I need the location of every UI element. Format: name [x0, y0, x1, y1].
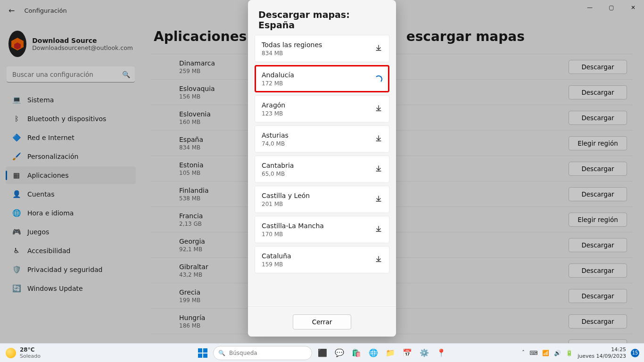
sun-icon — [6, 348, 16, 358]
region-list[interactable]: Todas las regiones834 MBAndalucía172 MBA… — [248, 32, 396, 306]
download-maps-dialog: Descargar mapas: España Todas las region… — [248, 0, 396, 337]
clock-date: jueves 14/09/2023 — [578, 353, 626, 359]
region-name: Asturias — [262, 132, 289, 139]
svg-rect-3 — [203, 348, 207, 353]
taskbar: 28°C Soleado 🔍 Búsqueda ⬛ 💬 🛍️ 🌐 📁 📅 ⚙️ … — [0, 343, 644, 362]
download-icon — [375, 165, 382, 174]
dialog-title: Descargar mapas: España — [248, 0, 396, 32]
region-row[interactable]: Castilla-La Mancha170 MB — [255, 216, 389, 243]
region-name: Cataluña — [262, 252, 291, 260]
maps-icon[interactable]: 📍 — [435, 346, 448, 360]
download-icon — [375, 135, 382, 144]
region-row[interactable]: Todas las regiones834 MB — [255, 35, 389, 62]
svg-rect-5 — [203, 354, 207, 358]
region-name: Andalucía — [262, 71, 294, 79]
store-icon[interactable]: 🛍️ — [350, 346, 363, 360]
dialog-close-button[interactable]: Cerrar — [293, 314, 351, 329]
svg-rect-4 — [198, 354, 202, 358]
system-tray[interactable]: ˆ ⌨ 📶 🔊 🔋 14:25 jueves 14/09/2023 15 — [522, 344, 639, 362]
settings-icon[interactable]: ⚙️ — [418, 346, 431, 360]
region-name: Todas las regiones — [262, 41, 322, 49]
download-icon — [375, 105, 382, 114]
chat-icon[interactable]: 💬 — [333, 346, 346, 360]
clock-time: 14:25 — [578, 346, 626, 353]
battery-icon[interactable]: 🔋 — [566, 350, 573, 356]
start-button[interactable] — [196, 346, 209, 360]
chevron-up-icon[interactable]: ˆ — [522, 350, 525, 356]
dialog-footer: Cerrar — [248, 306, 396, 337]
region-size: 172 MB — [262, 80, 294, 87]
calendar-icon[interactable]: 📅 — [401, 346, 414, 360]
region-name: Cantabria — [262, 162, 294, 169]
region-row[interactable]: Cataluña159 MB — [255, 246, 389, 273]
edge-icon[interactable]: 🌐 — [367, 346, 380, 360]
region-row[interactable]: Cantabria65,0 MB — [255, 156, 389, 183]
download-icon — [375, 44, 382, 54]
download-icon — [375, 195, 382, 205]
task-view-icon[interactable]: ⬛ — [316, 346, 329, 360]
explorer-icon[interactable]: 📁 — [384, 346, 397, 360]
search-icon: 🔍 — [218, 350, 225, 356]
region-name: Castilla y León — [262, 192, 310, 199]
region-size: 201 MB — [262, 201, 310, 207]
volume-icon[interactable]: 🔊 — [554, 350, 561, 356]
download-icon — [375, 225, 382, 235]
region-size: 123 MB — [262, 110, 285, 117]
keyboard-icon[interactable]: ⌨ — [529, 350, 537, 356]
region-row[interactable]: Castilla y León201 MB — [255, 186, 389, 213]
region-row[interactable]: Aragón123 MB — [255, 95, 389, 123]
svg-rect-2 — [198, 348, 202, 353]
region-name: Aragón — [262, 101, 285, 109]
loading-spinner-icon — [375, 75, 382, 83]
region-row[interactable]: Andalucía172 MB — [255, 65, 389, 92]
region-row[interactable]: Asturias74,0 MB — [255, 125, 389, 153]
taskbar-search[interactable]: 🔍 Búsqueda — [213, 346, 312, 360]
weather-widget[interactable]: 28°C Soleado — [6, 344, 41, 362]
download-icon — [375, 255, 382, 265]
taskbar-search-placeholder: Búsqueda — [229, 350, 257, 356]
region-size: 170 MB — [262, 231, 324, 238]
region-name: Castilla-La Mancha — [262, 222, 324, 230]
region-size: 159 MB — [262, 261, 291, 268]
region-size: 834 MB — [262, 50, 322, 57]
weather-temp: 28°C — [20, 346, 41, 353]
notification-badge[interactable]: 15 — [631, 349, 639, 357]
clock[interactable]: 14:25 jueves 14/09/2023 — [578, 346, 626, 359]
wifi-icon[interactable]: 📶 — [542, 350, 549, 356]
region-size: 65,0 MB — [262, 171, 294, 177]
region-size: 74,0 MB — [262, 140, 289, 147]
weather-cond: Soleado — [20, 353, 41, 359]
